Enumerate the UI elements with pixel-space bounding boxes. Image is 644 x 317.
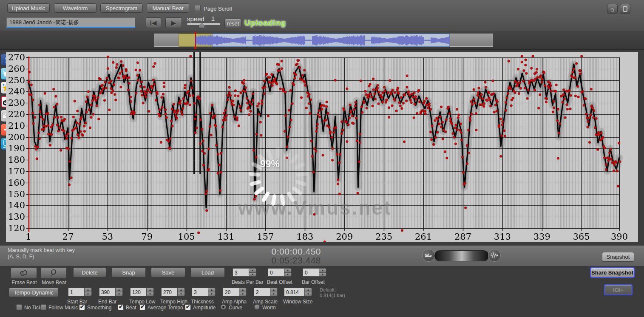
manual-beat-tab-button[interactable]: Manual Beat bbox=[147, 3, 189, 13]
tempo-high-value[interactable]: 270 bbox=[161, 288, 177, 296]
page-scroll-checkbox[interactable]: ✔ bbox=[195, 5, 201, 11]
spinner-up-icon[interactable]: ▲ bbox=[239, 288, 247, 292]
spinner-up-icon[interactable]: ▲ bbox=[115, 288, 123, 292]
status-bar bbox=[0, 246, 644, 266]
share-snapshot-button[interactable]: Share Snapshot bbox=[590, 267, 635, 278]
tempo-high-spinner[interactable]: 270 ▲▼ bbox=[161, 288, 185, 296]
smoothing-checkbox[interactable]: ✔ bbox=[79, 304, 85, 310]
tempo-high-label: Tempo High bbox=[160, 299, 187, 305]
beats-per-bar-spinner[interactable]: 3 ▲▼ bbox=[233, 268, 256, 277]
average-tempo-checkbox[interactable]: ✔ bbox=[139, 304, 145, 310]
tempo-dynamic-button[interactable]: Tempo-Dynamic bbox=[9, 288, 59, 297]
spinner-spoke bbox=[289, 153, 299, 164]
spinner-down-icon[interactable]: ▼ bbox=[177, 292, 185, 297]
spinner-spoke bbox=[291, 186, 303, 195]
spinner-down-icon[interactable]: ▼ bbox=[284, 272, 292, 277]
bar-offset-value[interactable]: 0 bbox=[303, 268, 319, 277]
snapshot-button[interactable]: Snapshot bbox=[602, 252, 634, 262]
upload-status-text: Uploading bbox=[244, 18, 286, 28]
spinner-down-icon[interactable]: ▼ bbox=[208, 292, 216, 297]
spinner-up-icon[interactable]: ▲ bbox=[84, 288, 92, 292]
speed-label: speed bbox=[187, 15, 204, 23]
spinner-down-icon[interactable]: ▼ bbox=[84, 292, 92, 297]
reset-button[interactable]: reset bbox=[224, 19, 241, 28]
erase-beat-label: Erase Beat bbox=[11, 280, 38, 286]
worm-radio[interactable] bbox=[254, 304, 260, 310]
spinner-down-icon[interactable]: ▼ bbox=[319, 272, 326, 277]
spinner-spokes bbox=[244, 142, 312, 210]
spinner-spoke bbox=[249, 179, 261, 186]
start-bar-spinner[interactable]: 1 ▲▼ bbox=[68, 288, 92, 296]
tempo-chart[interactable]: www.Vmus.net 99% bbox=[6, 52, 638, 242]
wave-zoom-slider[interactable] bbox=[434, 250, 489, 261]
beat-label: Beat bbox=[126, 305, 136, 311]
thickness-value[interactable]: 3 bbox=[192, 288, 208, 296]
play-button[interactable]: ▶ bbox=[165, 17, 182, 28]
save-button[interactable]: Save bbox=[151, 267, 185, 277]
play-icon: ▶ bbox=[171, 20, 176, 26]
spinner-spoke bbox=[279, 194, 285, 206]
delete-button[interactable]: Delete bbox=[73, 267, 106, 277]
thickness-label: Thickness bbox=[191, 299, 214, 305]
end-bar-value[interactable]: 390 bbox=[99, 288, 115, 296]
thickness-spinner[interactable]: 3 ▲▼ bbox=[192, 288, 216, 296]
wave-compress-button[interactable] bbox=[422, 249, 435, 262]
bar-offset-spinner[interactable]: 0 ▲▼ bbox=[303, 268, 326, 277]
spinner-down-icon[interactable]: ▼ bbox=[239, 292, 247, 297]
waveform-canvas[interactable] bbox=[195, 34, 450, 46]
beat-offset-value[interactable]: 0 bbox=[268, 268, 284, 277]
curve-radio[interactable] bbox=[221, 304, 226, 310]
home-button[interactable]: ⌂ bbox=[607, 4, 618, 14]
amp-scale-value[interactable]: 2 bbox=[254, 288, 270, 296]
follow-music-checkbox[interactable]: ✔ bbox=[40, 304, 46, 310]
end-bar-spinner[interactable]: 390 ▲▼ bbox=[99, 288, 123, 296]
spinner-up-icon[interactable]: ▲ bbox=[284, 268, 292, 272]
spinner-up-icon[interactable]: ▲ bbox=[319, 268, 326, 272]
amp-alpha-value[interactable]: 20 bbox=[223, 288, 239, 296]
fullscreen-button[interactable] bbox=[620, 4, 630, 14]
beat-key-hint-line2: (A, S, D, F) bbox=[8, 254, 34, 260]
amplitude-checkbox[interactable]: ✔ bbox=[185, 304, 191, 310]
window-size-value[interactable]: 0.814 bbox=[284, 288, 304, 296]
spinner-down-icon[interactable]: ▼ bbox=[249, 272, 256, 277]
spinner-up-icon[interactable]: ▲ bbox=[249, 268, 256, 272]
track-title-input[interactable] bbox=[6, 17, 135, 27]
start-bar-value[interactable]: 1 bbox=[68, 288, 84, 296]
rewind-button[interactable]: ◀ bbox=[146, 17, 161, 28]
wave-expand-button[interactable] bbox=[488, 249, 501, 262]
spectrogram-tab-button[interactable]: Spectrogram bbox=[100, 3, 143, 13]
spinner-up-icon[interactable]: ▲ bbox=[270, 288, 278, 292]
loading-spinner: 99% bbox=[244, 142, 312, 210]
waveform-tab-button[interactable]: Waveform bbox=[54, 3, 96, 13]
amp-scale-spinner[interactable]: 2 ▲▼ bbox=[254, 288, 278, 296]
spinner-down-icon[interactable]: ▼ bbox=[270, 292, 278, 297]
load-button[interactable]: Load bbox=[190, 267, 225, 277]
speed-value: 1 bbox=[211, 15, 215, 22]
beat-offset-spinner[interactable]: 0 ▲▼ bbox=[268, 268, 292, 277]
ioi-plus-button[interactable]: IOI+ bbox=[604, 284, 633, 295]
spinner-spoke bbox=[261, 191, 270, 203]
spinner-down-icon[interactable]: ▼ bbox=[304, 292, 312, 297]
beat-checkbox[interactable]: ✔ bbox=[118, 304, 124, 310]
spinner-up-icon[interactable]: ▲ bbox=[304, 288, 312, 292]
window-size-default-line1: Default: bbox=[320, 287, 336, 292]
spinner-spoke bbox=[296, 172, 308, 176]
spinner-down-icon[interactable]: ▼ bbox=[146, 292, 154, 297]
move-beat-button[interactable] bbox=[40, 267, 67, 279]
tempo-low-value[interactable]: 120 bbox=[130, 288, 146, 296]
waveform-playhead[interactable] bbox=[195, 33, 196, 48]
upload-music-button[interactable]: Upload Music bbox=[7, 3, 50, 13]
spinner-up-icon[interactable]: ▲ bbox=[177, 288, 185, 292]
beats-per-bar-value[interactable]: 3 bbox=[233, 268, 249, 277]
spinner-up-icon[interactable]: ▲ bbox=[208, 288, 216, 292]
amp-alpha-spinner[interactable]: 20 ▲▼ bbox=[223, 288, 247, 296]
rewind-icon: ◀ bbox=[150, 20, 157, 26]
snap-button[interactable]: Snap bbox=[111, 267, 146, 277]
spinner-spoke bbox=[276, 147, 280, 158]
spinner-down-icon[interactable]: ▼ bbox=[115, 292, 123, 297]
tempo-low-spinner[interactable]: 120 ▲▼ bbox=[130, 288, 154, 296]
erase-beat-button[interactable] bbox=[11, 267, 37, 279]
no-tick-checkbox[interactable]: ✔ bbox=[16, 304, 22, 310]
window-size-spinner[interactable]: 0.814 ▲▼ bbox=[284, 288, 312, 296]
spinner-up-icon[interactable]: ▲ bbox=[146, 288, 154, 292]
